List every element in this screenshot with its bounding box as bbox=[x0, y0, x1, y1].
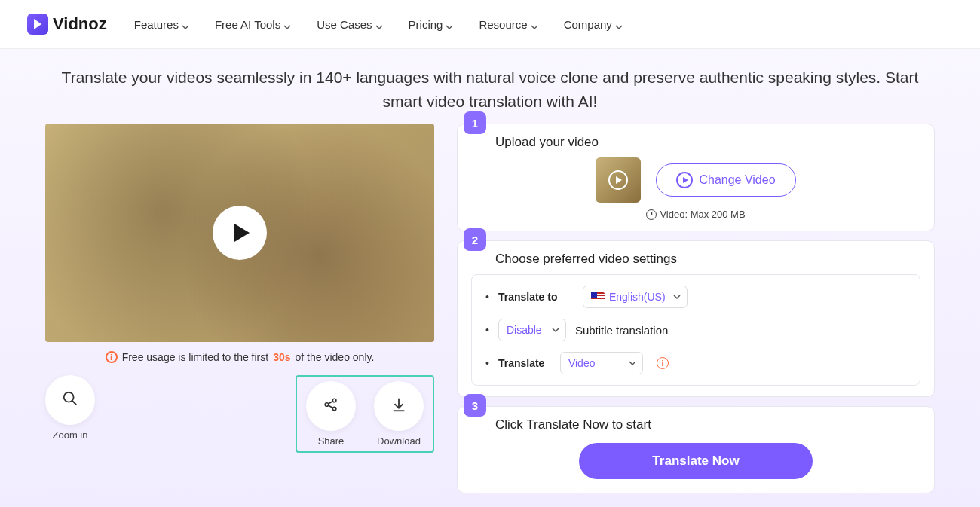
right-column: 1 Upload your video Change Video Video: … bbox=[457, 124, 935, 493]
chevron-down-icon bbox=[283, 20, 291, 28]
info-icon: i bbox=[106, 351, 118, 363]
step-number: 2 bbox=[464, 228, 486, 251]
download-icon bbox=[390, 396, 407, 416]
language-select[interactable]: English(US) bbox=[583, 286, 688, 308]
chevron-down-icon bbox=[446, 20, 453, 28]
change-video-button[interactable]: Change Video bbox=[656, 163, 795, 197]
step-2: 2 Choose preferred video settings • Tran… bbox=[457, 240, 935, 397]
chevron-down-icon bbox=[531, 20, 538, 28]
step-3: 3 Click Translate Now to start Translate… bbox=[457, 406, 935, 493]
chevron-down-icon bbox=[615, 20, 623, 28]
main: i Free usage is limited to the first 30s… bbox=[0, 124, 980, 493]
header: Vidnoz Features Free AI Tools Use Cases … bbox=[0, 0, 980, 49]
chevron-down-icon bbox=[375, 20, 383, 28]
video-thumbnail[interactable] bbox=[596, 157, 641, 203]
subtitle-select[interactable]: Disable bbox=[498, 319, 566, 341]
logo-text: Vidnoz bbox=[53, 14, 107, 34]
main-nav: Features Free AI Tools Use Cases Pricing… bbox=[134, 18, 623, 31]
step-1: 1 Upload your video Change Video Video: … bbox=[457, 124, 935, 231]
subtitle-label: Subtitle translation bbox=[575, 324, 668, 337]
step-title: Click Translate Now to start bbox=[495, 417, 920, 432]
nav-pricing[interactable]: Pricing bbox=[409, 18, 454, 31]
share-button[interactable]: Share bbox=[306, 381, 356, 447]
video-preview[interactable] bbox=[45, 124, 434, 342]
play-icon[interactable] bbox=[213, 206, 267, 260]
info-icon[interactable]: i bbox=[657, 357, 669, 369]
left-column: i Free usage is limited to the first 30s… bbox=[45, 124, 434, 493]
step-title: Upload your video bbox=[495, 135, 920, 150]
video-limit: Video: Max 200 MB bbox=[471, 209, 920, 220]
svg-line-1 bbox=[72, 401, 77, 405]
step-title: Choose preferred video settings bbox=[495, 252, 920, 267]
nav-use-cases[interactable]: Use Cases bbox=[317, 18, 382, 31]
chevron-down-icon bbox=[182, 20, 189, 28]
hero-text: Translate your videos seamlessly in 140+… bbox=[0, 49, 980, 124]
share-icon bbox=[323, 396, 339, 416]
step-number: 1 bbox=[464, 111, 486, 134]
settings-panel: • Translate to English(US) • Disable Sub… bbox=[471, 274, 920, 386]
nav-free-tools[interactable]: Free AI Tools bbox=[215, 18, 291, 31]
svg-line-5 bbox=[328, 401, 332, 404]
svg-point-0 bbox=[64, 392, 74, 402]
translate-now-button[interactable]: Translate Now bbox=[579, 443, 813, 479]
nav-resource[interactable]: Resource bbox=[479, 18, 537, 31]
video-actions: Zoom in Share Download bbox=[45, 375, 434, 453]
translate-to-label: Translate to bbox=[498, 291, 574, 303]
chevron-down-icon bbox=[552, 324, 559, 336]
usage-notice: i Free usage is limited to the first 30s… bbox=[106, 351, 375, 363]
svg-line-6 bbox=[328, 405, 332, 408]
share-download-group: Share Download bbox=[296, 375, 434, 453]
us-flag-icon bbox=[591, 292, 605, 301]
logo[interactable]: Vidnoz bbox=[27, 14, 107, 35]
chevron-down-icon bbox=[673, 291, 681, 303]
translate-label: Translate bbox=[498, 357, 551, 369]
clock-icon bbox=[646, 209, 657, 220]
step-number: 3 bbox=[464, 394, 486, 417]
nav-company[interactable]: Company bbox=[564, 18, 623, 31]
play-icon bbox=[608, 170, 628, 190]
translate-type-select[interactable]: Video bbox=[560, 352, 643, 374]
download-button[interactable]: Download bbox=[374, 381, 424, 447]
nav-features[interactable]: Features bbox=[134, 18, 189, 31]
chevron-down-icon bbox=[629, 357, 636, 369]
zoom-in-button[interactable]: Zoom in bbox=[45, 375, 95, 441]
search-icon bbox=[62, 390, 78, 410]
logo-icon bbox=[27, 14, 48, 35]
play-outline-icon bbox=[676, 172, 693, 188]
